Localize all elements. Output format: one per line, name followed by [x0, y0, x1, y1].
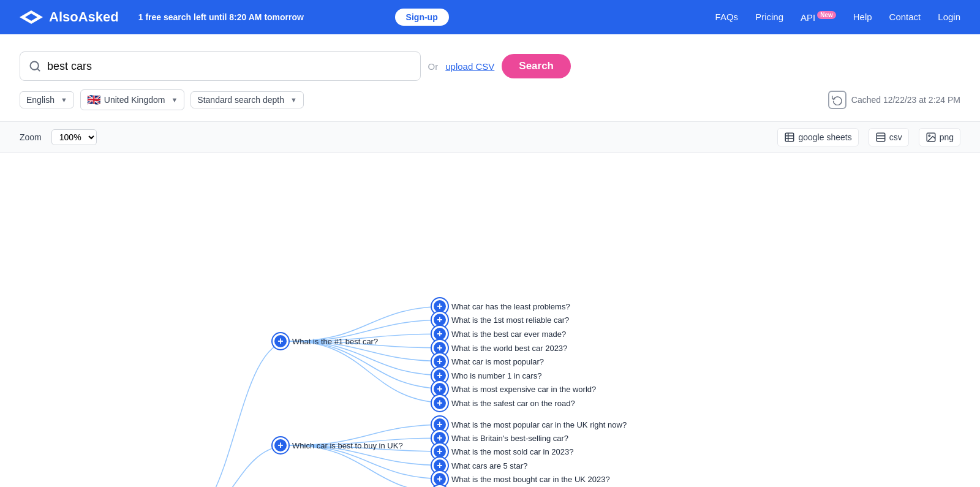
- search-row: Or upload CSV Search: [20, 51, 571, 81]
- navbar: AlsoAsked 1 free search left until 8:20 …: [0, 0, 980, 34]
- node-label: What is the safest car on the road?: [451, 399, 575, 408]
- node-label: What car has the least problems?: [451, 302, 570, 311]
- uk-flag-icon: 🇬🇧: [87, 93, 100, 107]
- node-label: What is Britain's best-selling car?: [451, 434, 568, 443]
- node-circle: +: [273, 333, 288, 349]
- language-chevron-icon: ▼: [61, 96, 67, 104]
- brand-name: AlsoAsked: [49, 9, 119, 25]
- node-label: What car is most popular?: [451, 357, 544, 366]
- node-circle: +: [273, 437, 288, 453]
- csv-icon: [875, 132, 886, 143]
- signup-button[interactable]: Sign-up: [395, 9, 449, 26]
- node-label: What cars are 5 star?: [451, 461, 527, 470]
- logo-icon: [20, 10, 43, 24]
- cached-label: Cached 12/22/23 at 2:24 PM: [851, 95, 960, 105]
- tree-canvas: +best cars+What is the #1 best car?+What…: [0, 153, 980, 487]
- search-input[interactable]: [47, 60, 412, 73]
- tree-node[interactable]: +What is the safest car on the road?: [432, 395, 575, 411]
- filters-row: English ▼ 🇬🇧 United Kingdom ▼ Standard s…: [20, 89, 960, 110]
- export-google-sheets-button[interactable]: google sheets: [777, 128, 858, 146]
- api-new-badge: New: [817, 11, 836, 19]
- nav-links: FAQs Pricing APINew Help Contact Login: [715, 12, 960, 23]
- nav-contact[interactable]: Contact: [889, 12, 921, 22]
- search-icon: [29, 60, 41, 72]
- node-label: Who is number 1 in cars?: [451, 371, 541, 380]
- country-filter[interactable]: 🇬🇧 United Kingdom ▼: [80, 89, 185, 110]
- nav-api[interactable]: APINew: [801, 12, 836, 23]
- export-csv-button[interactable]: csv: [869, 128, 909, 146]
- zoom-label: Zoom: [20, 132, 42, 142]
- svg-line-1: [37, 69, 40, 71]
- node-label: What is the most popular car in the UK r…: [451, 420, 627, 429]
- node-label: What is the 1st most reliable car?: [451, 315, 569, 325]
- node-label: What is the world best car 2023?: [451, 344, 567, 353]
- nav-faqs[interactable]: FAQs: [715, 12, 739, 22]
- svg-rect-6: [876, 133, 885, 142]
- node-label: What is the most sold car in 2023?: [451, 447, 573, 456]
- depth-filter[interactable]: Standard search depth ▼: [190, 91, 304, 108]
- nav-help[interactable]: Help: [853, 12, 872, 22]
- depth-chevron-icon: ▼: [290, 96, 297, 104]
- toolbar: Zoom 100% 75% 125% 150% google sheets cs…: [0, 122, 980, 153]
- nav-pricing[interactable]: Pricing: [755, 12, 783, 22]
- upload-csv-link[interactable]: upload CSV: [445, 61, 494, 72]
- nav-login[interactable]: Login: [938, 12, 960, 22]
- brand-logo[interactable]: AlsoAsked: [20, 9, 119, 25]
- free-search-notice: 1 free search left until 8:20 AM tomorro…: [138, 12, 385, 22]
- node-label: What is the most bought car in the UK 20…: [451, 475, 610, 484]
- svg-point-10: [929, 135, 930, 136]
- cached-info: Cached 12/22/23 at 2:24 PM: [828, 91, 960, 109]
- country-label: United Kingdom: [104, 95, 165, 105]
- node-circle: +: [432, 395, 448, 411]
- depth-label: Standard search depth: [197, 95, 284, 105]
- cached-icon: [828, 91, 846, 109]
- tree-node[interactable]: +Which car is best to buy in UK?: [273, 437, 403, 453]
- png-icon: [925, 132, 937, 143]
- export-csv-label: csv: [889, 132, 902, 142]
- tree-node[interactable]: +What is the #1 best car?: [273, 333, 378, 349]
- export-png-button[interactable]: png: [919, 128, 960, 146]
- country-chevron-icon: ▼: [171, 96, 178, 104]
- tree-container: +best cars+What is the #1 best car?+What…: [0, 153, 704, 487]
- zoom-select[interactable]: 100% 75% 125% 150%: [51, 129, 97, 145]
- node-label: Which car is best to buy in UK?: [292, 441, 403, 450]
- language-filter[interactable]: English ▼: [20, 91, 74, 108]
- language-label: English: [26, 95, 55, 105]
- node-label: What is most expensive car in the world?: [451, 385, 596, 394]
- node-label: What is the #1 best car?: [292, 337, 378, 346]
- google-sheets-icon: [784, 132, 795, 143]
- export-png-label: png: [940, 132, 954, 142]
- export-google-sheets-label: google sheets: [798, 132, 851, 142]
- node-label: What is the best car ever made?: [451, 330, 566, 339]
- or-divider: Or: [428, 61, 439, 72]
- search-button[interactable]: Search: [502, 54, 571, 78]
- search-section: Or upload CSV Search English ▼ 🇬🇧 United…: [0, 34, 980, 122]
- svg-rect-2: [786, 133, 794, 142]
- search-input-wrap: [20, 51, 421, 81]
